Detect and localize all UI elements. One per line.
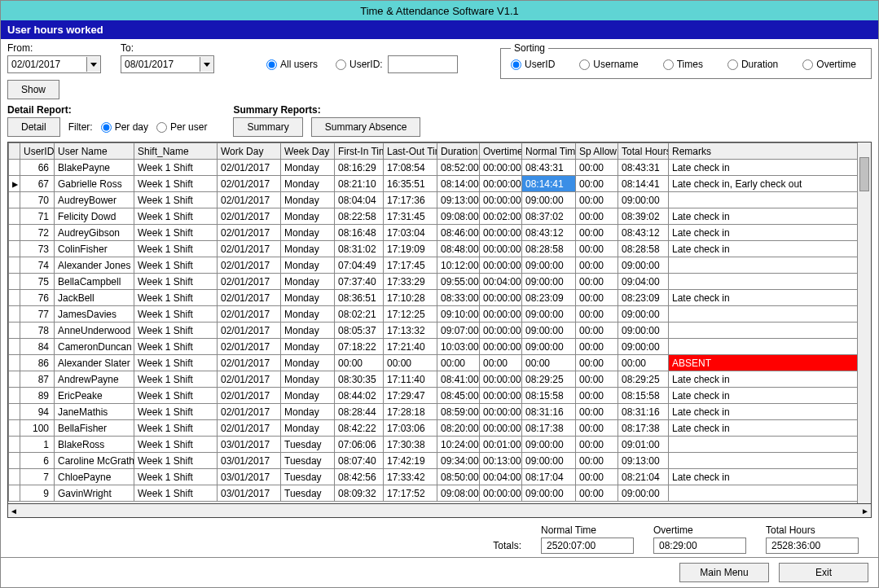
from-date-input[interactable]	[8, 57, 86, 72]
total-hours-total: 2528:36:00	[766, 538, 859, 554]
table-row[interactable]: 9GavinWrightWeek 1 Shift03/01/2017Tuesda…	[9, 485, 871, 502]
all-users-radio[interactable]: All users	[266, 59, 318, 70]
chevron-down-icon[interactable]	[200, 57, 213, 72]
column-header[interactable]: Overtime	[480, 143, 522, 160]
column-header[interactable]: UserID	[20, 143, 55, 160]
column-header[interactable]: Sp Allow	[576, 143, 618, 160]
exit-button[interactable]: Exit	[779, 563, 868, 582]
summary-absence-button[interactable]: Summary Absence	[311, 117, 421, 137]
table-row[interactable]: 70AudreyBowerWeek 1 Shift02/01/2017Monda…	[9, 192, 871, 208]
sort-userid-radio[interactable]: UserID	[511, 59, 555, 70]
table-row[interactable]: 100BellaFisherWeek 1 Shift02/01/2017Mond…	[9, 420, 871, 437]
table-row[interactable]: ▶67Gabrielle RossWeek 1 Shift02/01/2017M…	[9, 176, 871, 192]
table-row[interactable]: 1BlakeRossWeek 1 Shift03/01/2017Tuesday0…	[9, 437, 871, 453]
column-header[interactable]: Work Day	[218, 143, 281, 160]
table-row[interactable]: 78AnneUnderwoodWeek 1 Shift02/01/2017Mon…	[9, 323, 871, 339]
column-header[interactable]: Remarks	[669, 143, 871, 160]
detail-button[interactable]: Detail	[7, 117, 60, 137]
column-header[interactable]: First-In Time	[335, 143, 384, 160]
table-row[interactable]: 84CameronDuncanWeek 1 Shift02/01/2017Mon…	[9, 339, 871, 355]
column-header[interactable]: User Name	[55, 143, 134, 160]
data-grid[interactable]: UserIDUser NameShift_NameWork DayWeek Da…	[7, 142, 872, 504]
table-row[interactable]: 75BellaCampbellWeek 1 Shift02/01/2017Mon…	[9, 274, 871, 290]
overtime-label: Overtime	[653, 524, 746, 536]
summary-button[interactable]: Summary	[233, 117, 302, 137]
table-row[interactable]: 73ColinFisherWeek 1 Shift02/01/2017Monda…	[9, 241, 871, 257]
table-row[interactable]: 77JamesDaviesWeek 1 Shift02/01/2017Monda…	[9, 306, 871, 323]
table-row[interactable]: 94JaneMathisWeek 1 Shift02/01/2017Monday…	[9, 404, 871, 420]
column-header[interactable]: Total Hours	[618, 143, 669, 160]
table-row[interactable]: 89EricPeakeWeek 1 Shift02/01/2017Monday0…	[9, 388, 871, 404]
filter-label: Filter:	[68, 121, 93, 133]
table-row[interactable]: 6Caroline McGrathWeek 1 Shift03/01/2017T…	[9, 453, 871, 469]
to-date-combo[interactable]	[121, 55, 214, 73]
per-day-radio[interactable]: Per day	[101, 121, 148, 133]
chevron-down-icon[interactable]	[86, 57, 100, 72]
table-row[interactable]: 72AudreyGibsonWeek 1 Shift02/01/2017Mond…	[9, 225, 871, 241]
from-date-combo[interactable]	[7, 55, 101, 73]
overtime-total: 08:29:00	[653, 538, 746, 554]
column-header[interactable]: Normal Time	[522, 143, 576, 160]
total-hours-label: Total Hours	[766, 524, 859, 536]
page-subtitle: User hours worked	[1, 20, 878, 39]
sort-duration-radio[interactable]: Duration	[727, 59, 778, 70]
userid-input[interactable]	[388, 55, 458, 73]
summary-reports-label: Summary Reports:	[233, 104, 420, 116]
column-header[interactable]: Shift_Name	[134, 143, 218, 160]
scroll-right-icon[interactable]: ►	[861, 507, 869, 516]
vertical-scrollbar[interactable]	[857, 143, 871, 503]
sort-times-radio[interactable]: Times	[663, 59, 703, 70]
per-user-radio[interactable]: Per user	[156, 121, 207, 133]
sort-username-radio[interactable]: Username	[579, 59, 638, 70]
totals-label: Totals:	[493, 540, 521, 554]
table-row[interactable]: 86Alexander SlaterWeek 1 Shift02/01/2017…	[9, 355, 871, 371]
table-row[interactable]: 71Felicity DowdWeek 1 Shift02/01/2017Mon…	[9, 208, 871, 225]
table-row[interactable]: 7ChloePayneWeek 1 Shift03/01/2017Tuesday…	[9, 469, 871, 485]
normal-time-label: Normal Time	[541, 524, 634, 536]
table-row[interactable]: 74Alexander JonesWeek 1 Shift02/01/2017M…	[9, 257, 871, 274]
sorting-group: Sorting UserID Username Times Duration O…	[500, 42, 872, 79]
horizontal-scrollbar[interactable]: ◄ ►	[7, 504, 872, 518]
window-title: Time & Attendance Software V1.1	[1, 1, 878, 20]
normal-time-total: 2520:07:00	[541, 538, 634, 554]
detail-report-label: Detail Report:	[7, 104, 207, 116]
main-menu-button[interactable]: Main Menu	[679, 563, 769, 582]
sort-overtime-radio[interactable]: Overtime	[802, 59, 856, 70]
table-row[interactable]: 87AndrewPayneWeek 1 Shift02/01/2017Monda…	[9, 371, 871, 388]
show-button[interactable]: Show	[7, 80, 59, 99]
to-date-input[interactable]	[121, 57, 200, 72]
from-label: From:	[7, 42, 101, 54]
column-header[interactable]: Last-Out Time	[384, 143, 437, 160]
to-label: To:	[121, 42, 214, 54]
scroll-left-icon[interactable]: ◄	[10, 507, 18, 516]
column-header[interactable]: Week Day	[281, 143, 335, 160]
column-header[interactable]: Duration	[437, 143, 480, 160]
sorting-legend: Sorting	[511, 42, 548, 54]
table-row[interactable]: 66BlakePayneWeek 1 Shift02/01/2017Monday…	[9, 160, 871, 176]
table-row[interactable]: 76JackBellWeek 1 Shift02/01/2017Monday08…	[9, 290, 871, 306]
userid-radio[interactable]: UserID:	[336, 59, 383, 70]
col-marker	[9, 143, 20, 160]
